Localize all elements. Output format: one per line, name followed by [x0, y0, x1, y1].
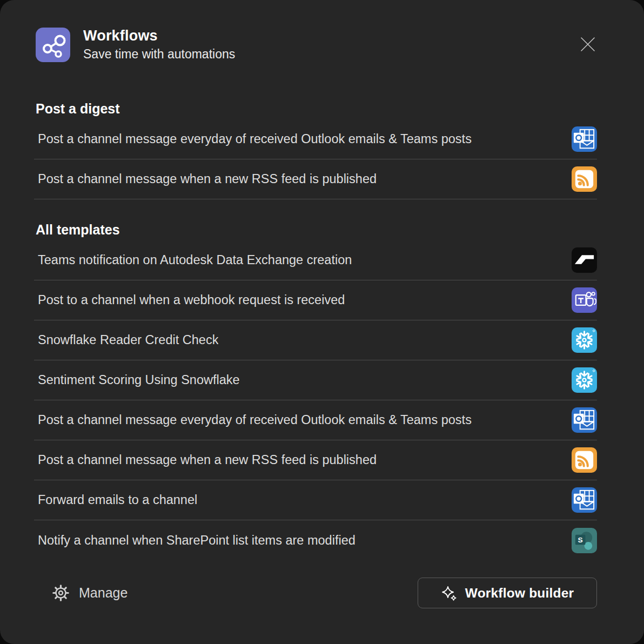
dialog-footer: Manage Workflow builder	[34, 578, 597, 608]
list-item[interactable]: Notify a channel when SharePoint list it…	[34, 520, 597, 560]
section-all-templates: All templates Teams notification on Auto…	[34, 222, 597, 560]
sparkles-icon	[441, 585, 457, 601]
template-label: Post a channel message when a new RSS fe…	[34, 172, 377, 186]
template-label: Sentiment Scoring Using Snowflake	[34, 373, 240, 387]
teams-icon	[572, 287, 597, 313]
svg-text:S: S	[578, 536, 583, 544]
outlook-icon	[572, 487, 597, 513]
dialog-subtitle: Save time with automations	[83, 46, 235, 62]
close-button[interactable]	[578, 35, 598, 54]
rss-icon	[572, 166, 597, 192]
section-heading: Post a digest	[34, 101, 597, 116]
template-label: Notify a channel when SharePoint list it…	[34, 533, 355, 548]
dialog-header: Workflows Save time with automations	[34, 0, 597, 62]
template-label: Forward emails to a channel	[34, 493, 197, 507]
workflow-builder-button[interactable]: Workflow builder	[418, 578, 597, 608]
autodesk-icon	[572, 247, 597, 273]
list-item[interactable]: Post to a channel when a webhook request…	[34, 280, 597, 320]
template-label: Post a channel message when a new RSS fe…	[34, 453, 377, 467]
close-icon	[579, 36, 596, 53]
dialog-title: Workflows	[83, 27, 235, 44]
section-heading: All templates	[34, 222, 597, 237]
template-label: Teams notification on Autodesk Data Exch…	[34, 253, 352, 267]
list-item[interactable]: Sentiment Scoring Using Snowflake	[34, 360, 597, 400]
gear-icon	[52, 585, 69, 601]
manage-label: Manage	[79, 585, 128, 601]
template-label: Post a channel message everyday of recei…	[34, 132, 472, 146]
list-item[interactable]: Post a channel message everyday of recei…	[34, 400, 597, 440]
outlook-icon	[572, 407, 597, 433]
template-label: Post to a channel when a webhook request…	[34, 293, 345, 307]
list-item[interactable]: Post a channel message when a new RSS fe…	[34, 159, 597, 199]
workflow-icon	[36, 28, 70, 62]
manage-button[interactable]: Manage	[34, 585, 128, 601]
outlook-icon	[572, 126, 597, 152]
template-label: Snowflake Reader Credit Check	[34, 333, 218, 347]
list-item[interactable]: Post a channel message when a new RSS fe…	[34, 440, 597, 480]
snowflake-icon	[572, 327, 597, 353]
section-post-a-digest: Post a digest Post a channel message eve…	[34, 101, 597, 199]
list-item[interactable]: Post a channel message everyday of recei…	[34, 119, 597, 159]
list-item[interactable]: Snowflake Reader Credit Check	[34, 320, 597, 360]
sharepoint-icon: S	[572, 528, 597, 553]
list-item[interactable]: Forward emails to a channel	[34, 480, 597, 520]
header-text: Workflows Save time with automations	[83, 27, 235, 62]
rss-icon	[572, 447, 597, 473]
workflows-dialog: Workflows Save time with automations Pos…	[0, 0, 644, 644]
snowflake-icon	[572, 367, 597, 393]
workflow-builder-label: Workflow builder	[465, 586, 574, 601]
template-label: Post a channel message everyday of recei…	[34, 413, 472, 427]
list-item[interactable]: Teams notification on Autodesk Data Exch…	[34, 240, 597, 280]
section-rows: Post a channel message everyday of recei…	[34, 119, 597, 199]
section-rows: Teams notification on Autodesk Data Exch…	[34, 240, 597, 560]
